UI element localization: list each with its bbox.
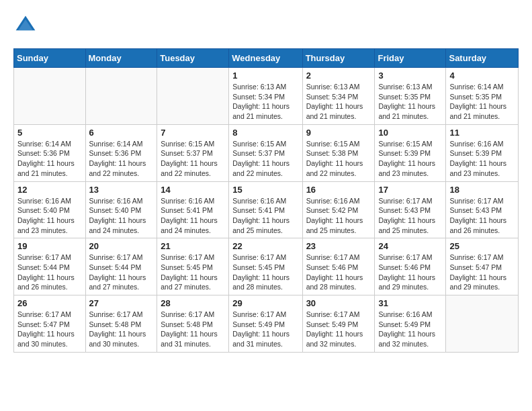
day-number: 5 bbox=[17, 128, 82, 138]
calendar-cell: 11Sunrise: 6:16 AM Sunset: 5:39 PM Dayli… bbox=[446, 124, 519, 181]
logo-icon bbox=[13, 13, 38, 38]
day-info: Sunrise: 6:17 AM Sunset: 5:48 PM Dayligh… bbox=[161, 310, 225, 349]
calendar-cell: 25Sunrise: 6:17 AM Sunset: 5:47 PM Dayli… bbox=[446, 238, 519, 295]
day-info: Sunrise: 6:17 AM Sunset: 5:43 PM Dayligh… bbox=[378, 196, 442, 236]
calendar-cell: 10Sunrise: 6:15 AM Sunset: 5:39 PM Dayli… bbox=[375, 124, 446, 181]
day-number: 1 bbox=[232, 71, 298, 81]
day-number: 2 bbox=[306, 71, 371, 81]
calendar-cell: 31Sunrise: 6:16 AM Sunset: 5:49 PM Dayli… bbox=[375, 295, 446, 353]
day-header-monday: Monday bbox=[85, 49, 157, 68]
week-row-5: 26Sunrise: 6:17 AM Sunset: 5:47 PM Dayli… bbox=[14, 295, 519, 353]
day-info: Sunrise: 6:17 AM Sunset: 5:45 PM Dayligh… bbox=[232, 253, 298, 292]
calendar-cell: 12Sunrise: 6:16 AM Sunset: 5:40 PM Dayli… bbox=[14, 181, 86, 238]
calendar-cell: 27Sunrise: 6:17 AM Sunset: 5:48 PM Dayli… bbox=[85, 295, 157, 353]
week-row-2: 5Sunrise: 6:14 AM Sunset: 5:36 PM Daylig… bbox=[14, 124, 519, 181]
day-info: Sunrise: 6:17 AM Sunset: 5:47 PM Dayligh… bbox=[449, 253, 515, 292]
day-header-thursday: Thursday bbox=[302, 49, 375, 68]
day-info: Sunrise: 6:14 AM Sunset: 5:36 PM Dayligh… bbox=[17, 139, 82, 179]
day-info: Sunrise: 6:16 AM Sunset: 5:40 PM Dayligh… bbox=[17, 196, 82, 236]
day-number: 14 bbox=[161, 185, 225, 195]
day-info: Sunrise: 6:16 AM Sunset: 5:41 PM Dayligh… bbox=[161, 196, 225, 236]
day-number: 16 bbox=[306, 185, 371, 195]
day-number: 21 bbox=[161, 241, 225, 251]
calendar-cell: 2Sunrise: 6:13 AM Sunset: 5:34 PM Daylig… bbox=[302, 68, 375, 125]
calendar-cell: 16Sunrise: 6:16 AM Sunset: 5:42 PM Dayli… bbox=[302, 181, 375, 238]
day-number: 22 bbox=[232, 241, 298, 251]
day-info: Sunrise: 6:13 AM Sunset: 5:34 PM Dayligh… bbox=[306, 82, 371, 122]
day-info: Sunrise: 6:16 AM Sunset: 5:49 PM Dayligh… bbox=[378, 310, 442, 349]
day-info: Sunrise: 6:16 AM Sunset: 5:40 PM Dayligh… bbox=[89, 196, 154, 236]
calendar-cell: 20Sunrise: 6:17 AM Sunset: 5:44 PM Dayli… bbox=[85, 238, 157, 295]
calendar-cell: 17Sunrise: 6:17 AM Sunset: 5:43 PM Dayli… bbox=[375, 181, 446, 238]
calendar-cell: 18Sunrise: 6:17 AM Sunset: 5:43 PM Dayli… bbox=[446, 181, 519, 238]
day-info: Sunrise: 6:17 AM Sunset: 5:49 PM Dayligh… bbox=[232, 310, 298, 349]
day-info: Sunrise: 6:17 AM Sunset: 5:43 PM Dayligh… bbox=[449, 196, 515, 236]
logo bbox=[13, 13, 40, 38]
calendar-cell bbox=[85, 68, 157, 125]
day-info: Sunrise: 6:15 AM Sunset: 5:38 PM Dayligh… bbox=[306, 139, 371, 179]
day-number: 6 bbox=[89, 128, 154, 138]
calendar-cell: 26Sunrise: 6:17 AM Sunset: 5:47 PM Dayli… bbox=[14, 295, 86, 353]
day-info: Sunrise: 6:13 AM Sunset: 5:34 PM Dayligh… bbox=[232, 82, 298, 122]
calendar-cell: 28Sunrise: 6:17 AM Sunset: 5:48 PM Dayli… bbox=[157, 295, 229, 353]
day-number: 31 bbox=[378, 298, 442, 308]
day-info: Sunrise: 6:15 AM Sunset: 5:39 PM Dayligh… bbox=[378, 139, 442, 179]
calendar-cell bbox=[157, 68, 229, 125]
day-number: 9 bbox=[306, 128, 371, 138]
day-number: 11 bbox=[449, 128, 515, 138]
day-number: 12 bbox=[17, 185, 82, 195]
calendar-cell: 6Sunrise: 6:14 AM Sunset: 5:36 PM Daylig… bbox=[85, 124, 157, 181]
day-header-tuesday: Tuesday bbox=[157, 49, 229, 68]
day-info: Sunrise: 6:16 AM Sunset: 5:42 PM Dayligh… bbox=[306, 196, 371, 236]
day-number: 30 bbox=[306, 298, 371, 308]
day-info: Sunrise: 6:16 AM Sunset: 5:39 PM Dayligh… bbox=[449, 139, 515, 179]
calendar-cell: 13Sunrise: 6:16 AM Sunset: 5:40 PM Dayli… bbox=[85, 181, 157, 238]
day-number: 15 bbox=[232, 185, 298, 195]
day-info: Sunrise: 6:17 AM Sunset: 5:44 PM Dayligh… bbox=[17, 253, 82, 292]
day-header-saturday: Saturday bbox=[446, 49, 519, 68]
calendar-cell bbox=[446, 295, 519, 353]
header-row: SundayMondayTuesdayWednesdayThursdayFrid… bbox=[14, 49, 519, 68]
day-info: Sunrise: 6:17 AM Sunset: 5:48 PM Dayligh… bbox=[89, 310, 154, 349]
day-info: Sunrise: 6:14 AM Sunset: 5:36 PM Dayligh… bbox=[89, 139, 154, 179]
day-info: Sunrise: 6:17 AM Sunset: 5:46 PM Dayligh… bbox=[306, 253, 371, 292]
week-row-1: 1Sunrise: 6:13 AM Sunset: 5:34 PM Daylig… bbox=[14, 68, 519, 125]
day-number: 7 bbox=[161, 128, 225, 138]
calendar-cell: 3Sunrise: 6:13 AM Sunset: 5:35 PM Daylig… bbox=[375, 68, 446, 125]
day-info: Sunrise: 6:17 AM Sunset: 5:45 PM Dayligh… bbox=[161, 253, 225, 292]
calendar-cell: 1Sunrise: 6:13 AM Sunset: 5:34 PM Daylig… bbox=[229, 68, 302, 125]
day-info: Sunrise: 6:17 AM Sunset: 5:44 PM Dayligh… bbox=[89, 253, 154, 292]
day-info: Sunrise: 6:14 AM Sunset: 5:35 PM Dayligh… bbox=[449, 82, 515, 122]
day-info: Sunrise: 6:15 AM Sunset: 5:37 PM Dayligh… bbox=[161, 139, 225, 179]
day-info: Sunrise: 6:15 AM Sunset: 5:37 PM Dayligh… bbox=[232, 139, 298, 179]
day-info: Sunrise: 6:17 AM Sunset: 5:46 PM Dayligh… bbox=[378, 253, 442, 292]
day-info: Sunrise: 6:16 AM Sunset: 5:41 PM Dayligh… bbox=[232, 196, 298, 236]
day-number: 17 bbox=[378, 185, 442, 195]
day-info: Sunrise: 6:13 AM Sunset: 5:35 PM Dayligh… bbox=[378, 82, 442, 122]
calendar-cell: 15Sunrise: 6:16 AM Sunset: 5:41 PM Dayli… bbox=[229, 181, 302, 238]
day-number: 24 bbox=[378, 241, 442, 251]
day-number: 20 bbox=[89, 241, 154, 251]
calendar-cell: 24Sunrise: 6:17 AM Sunset: 5:46 PM Dayli… bbox=[375, 238, 446, 295]
day-number: 3 bbox=[378, 71, 442, 81]
calendar-cell: 29Sunrise: 6:17 AM Sunset: 5:49 PM Dayli… bbox=[229, 295, 302, 353]
calendar-cell: 4Sunrise: 6:14 AM Sunset: 5:35 PM Daylig… bbox=[446, 68, 519, 125]
day-header-wednesday: Wednesday bbox=[229, 49, 302, 68]
calendar-cell: 7Sunrise: 6:15 AM Sunset: 5:37 PM Daylig… bbox=[157, 124, 229, 181]
day-header-friday: Friday bbox=[375, 49, 446, 68]
calendar-cell: 5Sunrise: 6:14 AM Sunset: 5:36 PM Daylig… bbox=[14, 124, 86, 181]
day-number: 28 bbox=[161, 298, 225, 308]
day-number: 4 bbox=[449, 71, 515, 81]
calendar-cell: 21Sunrise: 6:17 AM Sunset: 5:45 PM Dayli… bbox=[157, 238, 229, 295]
week-row-4: 19Sunrise: 6:17 AM Sunset: 5:44 PM Dayli… bbox=[14, 238, 519, 295]
day-number: 19 bbox=[17, 241, 82, 251]
calendar-cell: 8Sunrise: 6:15 AM Sunset: 5:37 PM Daylig… bbox=[229, 124, 302, 181]
page-header bbox=[13, 13, 519, 38]
day-number: 23 bbox=[306, 241, 371, 251]
calendar-table: SundayMondayTuesdayWednesdayThursdayFrid… bbox=[13, 48, 519, 353]
calendar-cell: 23Sunrise: 6:17 AM Sunset: 5:46 PM Dayli… bbox=[302, 238, 375, 295]
calendar-cell: 30Sunrise: 6:17 AM Sunset: 5:49 PM Dayli… bbox=[302, 295, 375, 353]
week-row-3: 12Sunrise: 6:16 AM Sunset: 5:40 PM Dayli… bbox=[14, 181, 519, 238]
day-header-sunday: Sunday bbox=[14, 49, 86, 68]
day-number: 10 bbox=[378, 128, 442, 138]
